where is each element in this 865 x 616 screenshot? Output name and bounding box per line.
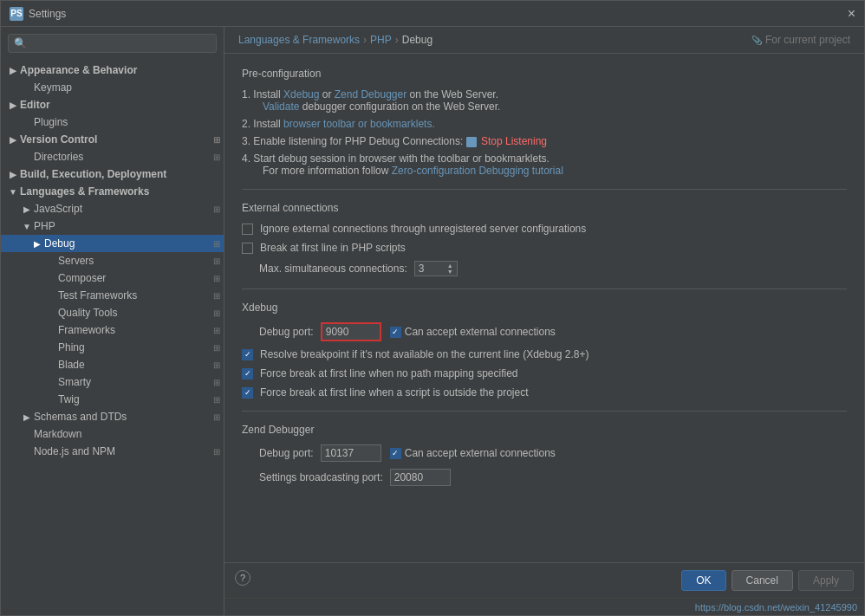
sidebar-item-nodejs[interactable]: Node.js and NPM ⊞ [1,443,224,460]
external-icon: ⊞ [213,378,220,387]
arrow-icon: ▶ [22,412,32,422]
apply-button[interactable]: Apply [798,570,854,591]
external-icon: ⊞ [213,291,220,301]
max-connections-spinner[interactable]: 3 ▲ ▼ [414,261,458,276]
sidebar-item-debug[interactable]: ▶ Debug ⊞ [1,235,224,252]
can-accept-label: Can accept external connections [405,326,556,338]
force-break-outside-checkbox[interactable] [242,387,253,399]
sidebar-item-languages[interactable]: ▼ Languages & Frameworks [1,183,224,200]
break-first-line-row: Break at first line in PHP scripts [242,242,847,254]
spinner-down[interactable]: ▼ [447,269,453,275]
sidebar-item-appearance[interactable]: ▶ Appearance & Behavior [1,62,224,79]
resolve-breakpoint-checkbox[interactable] [242,349,253,360]
sidebar-item-label: Blade [58,359,85,371]
breadcrumb-languages[interactable]: Languages & Frameworks [238,34,360,46]
status-url: https://blog.csdn.net/weixin_41245990 [695,602,857,613]
sidebar-item-quality-tools[interactable]: Quality Tools ⊞ [1,304,224,321]
sidebar-item-twig[interactable]: Twig ⊞ [1,391,224,408]
search-icon: 🔍 [14,37,27,49]
close-button[interactable]: × [848,6,855,22]
resolve-breakpoint-row: Resolve breakpoint if it's not available… [242,348,847,360]
external-icon: ⊞ [213,343,220,353]
external-icon: ⊞ [213,152,220,162]
external-icon: ⊞ [213,395,220,405]
search-box[interactable]: 🔍 [8,34,217,53]
sidebar-item-label: Phing [58,341,85,353]
debug-port-input[interactable] [321,322,381,341]
sidebar-item-test-frameworks[interactable]: Test Frameworks ⊞ [1,287,224,304]
step-num: 1. Install [242,88,283,101]
broadcast-label: Settings broadcasting port: [259,471,383,483]
section-divider-2 [242,289,847,289]
zend-port-row: Debug port: Can accept external connecti… [242,444,847,462]
arrow-icon: ▶ [8,135,18,145]
cancel-button[interactable]: Cancel [732,570,793,591]
zend-port-input[interactable] [321,444,381,462]
sidebar-item-label: PHP [34,220,55,232]
sidebar-item-label: Keymap [34,81,72,94]
sidebar-item-label: Plugins [34,116,68,128]
debug-port-row: Debug port: Can accept external connecti… [242,322,847,341]
sidebar-item-frameworks[interactable]: Frameworks ⊞ [1,321,224,339]
window-title: Settings [29,8,848,20]
breadcrumb: Languages & Frameworks › PHP › Debug 📎 F… [224,27,864,54]
resolve-breakpoint-label: Resolve breakpoint if it's not available… [260,348,589,360]
sidebar-item-label: Twig [58,393,80,405]
sidebar-item-blade[interactable]: Blade ⊞ [1,356,224,373]
breadcrumb-php[interactable]: PHP [370,34,392,46]
xdebug-link[interactable]: Xdebug [283,88,319,101]
zero-config-link[interactable]: Zero-configuration Debugging tutorial [392,165,563,177]
browser-toolbar-link[interactable]: browser toolbar or bookmarklets. [283,118,435,130]
sidebar-item-schemas[interactable]: ▶ Schemas and DTDs ⊞ [1,408,224,425]
external-icon: ⊞ [213,135,220,145]
break-first-line-checkbox[interactable] [242,243,253,254]
force-break-outside-label: Force break at first line when a script … [260,386,528,399]
sidebar-item-smarty[interactable]: Smarty ⊞ [1,373,224,391]
sidebar-item-composer[interactable]: Composer ⊞ [1,269,224,287]
external-icon: ⊞ [213,447,220,457]
sidebar-item-editor[interactable]: ▶ Editor [1,96,224,113]
title-bar: PS Settings × [1,1,864,27]
settings-window: PS Settings × 🔍 ▶ Appearance & Behavior … [0,0,865,616]
broadcast-input[interactable] [390,469,451,486]
arrow-icon: ▼ [22,222,32,231]
sidebar-item-phing[interactable]: Phing ⊞ [1,339,224,356]
can-accept-checkbox[interactable] [390,327,401,338]
sidebar-item-php[interactable]: ▼ PHP [1,217,224,235]
force-break-no-path-checkbox[interactable] [242,368,253,379]
sidebar-item-label: JavaScript [34,203,82,215]
spinner-arrows[interactable]: ▲ ▼ [447,263,453,275]
external-icon: ⊞ [213,204,220,214]
help-button[interactable]: ? [235,570,250,586]
for-project-label: For current project [765,34,850,46]
ignore-external-checkbox[interactable] [242,224,253,235]
sidebar-item-label: Directories [34,151,83,163]
break-first-line-label: Break at first line in PHP scripts [260,242,406,254]
sidebar-item-version-control[interactable]: ▶ Version Control ⊞ [1,131,224,148]
arrow-icon: ▼ [8,187,18,197]
sidebar-tree: ▶ Appearance & Behavior Keymap ▶ Editor … [1,60,224,462]
stop-listening-link[interactable]: Stop Listening [481,135,547,147]
broadcast-row: Settings broadcasting port: [242,469,847,486]
force-break-no-path-row: Force break at first line when no path m… [242,367,847,379]
sidebar-item-build[interactable]: ▶ Build, Execution, Deployment [1,165,224,183]
sidebar-item-label: Version Control [20,133,97,146]
ok-button[interactable]: OK [681,570,725,591]
ignore-external-label: Ignore external connections through unre… [260,223,586,235]
step-2: 2. Install browser toolbar or bookmarkle… [242,118,847,130]
section-divider-3 [242,411,847,412]
validate-link[interactable]: Validate [263,101,299,113]
zend-debugger-link[interactable]: Zend Debugger [335,88,406,101]
zend-can-accept-checkbox[interactable] [390,448,401,459]
spinner-up[interactable]: ▲ [447,263,453,269]
sidebar-item-directories[interactable]: Directories ⊞ [1,148,224,165]
search-input[interactable] [30,37,211,49]
sidebar-item-keymap[interactable]: Keymap [1,79,224,96]
sidebar-item-plugins[interactable]: Plugins [1,113,224,131]
external-icon: ⊞ [213,360,220,370]
main-content: 🔍 ▶ Appearance & Behavior Keymap ▶ Edito… [1,27,864,615]
sidebar-item-servers[interactable]: Servers ⊞ [1,252,224,269]
sidebar-item-javascript[interactable]: ▶ JavaScript ⊞ [1,200,224,217]
arrow-icon: ▶ [8,66,18,75]
sidebar-item-markdown[interactable]: Markdown [1,425,224,443]
